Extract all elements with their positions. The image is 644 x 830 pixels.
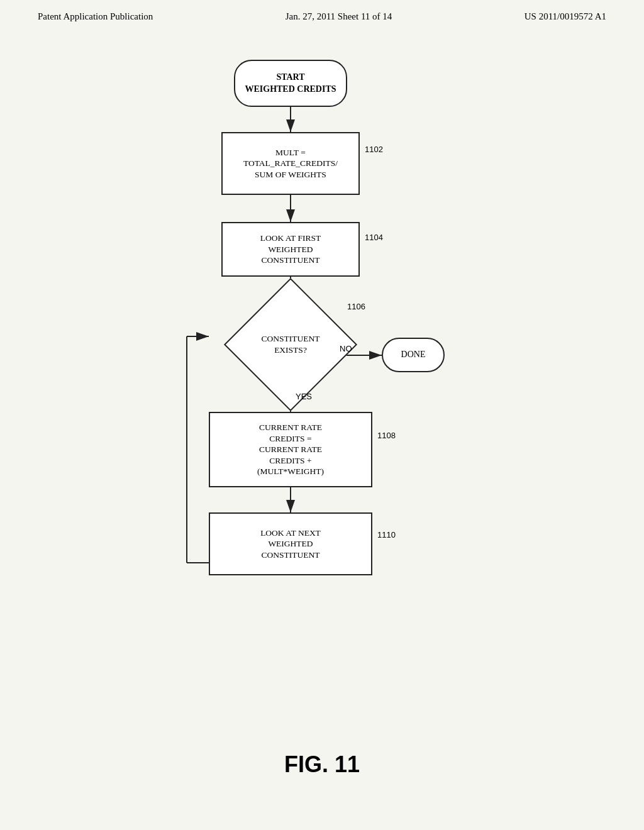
node-1104-label: LOOK AT FIRST WEIGHTED CONSTITUENT — [260, 233, 321, 266]
flowchart: START WEIGHTED CREDITS MULT = TOTAL_RATE… — [140, 47, 504, 739]
no-label: NO — [340, 344, 352, 353]
node-1104: LOOK AT FIRST WEIGHTED CONSTITUENT — [221, 222, 360, 277]
label-1108: 1108 — [377, 431, 396, 440]
start-node: START WEIGHTED CREDITS — [234, 60, 347, 107]
label-1104: 1104 — [365, 233, 383, 242]
node-1108-label: CURRENT RATE CREDITS = CURRENT RATE CRED… — [257, 422, 324, 477]
node-1102-label: MULT = TOTAL_RATE_CREDITS/ SUM OF WEIGHT… — [243, 147, 338, 180]
start-label: START WEIGHTED CREDITS — [245, 72, 336, 94]
node-1110: LOOK AT NEXT WEIGHTED CONSTITUENT — [209, 512, 372, 575]
diamond-1106: CONSTITUENT EXISTS? — [225, 299, 357, 390]
done-node: DONE — [382, 338, 445, 372]
page-header: Patent Application Publication Jan. 27, … — [0, 0, 644, 28]
label-1110: 1110 — [377, 530, 396, 540]
node-1108: CURRENT RATE CREDITS = CURRENT RATE CRED… — [209, 412, 372, 487]
label-1106: 1106 — [347, 302, 365, 311]
figure-label: FIG. 11 — [284, 751, 360, 778]
header-center: Jan. 27, 2011 Sheet 11 of 14 — [286, 11, 392, 22]
yes-label: YES — [296, 392, 312, 401]
label-1102: 1102 — [365, 145, 383, 154]
header-right: US 2011/0019572 A1 — [525, 11, 606, 22]
diagram-area: START WEIGHTED CREDITS MULT = TOTAL_RATE… — [0, 28, 644, 778]
diamond-1106-label: CONSTITUENT EXISTS? — [262, 333, 320, 355]
node-1110-label: LOOK AT NEXT WEIGHTED CONSTITUENT — [260, 528, 321, 561]
header-left: Patent Application Publication — [38, 11, 153, 22]
node-1102: MULT = TOTAL_RATE_CREDITS/ SUM OF WEIGHT… — [221, 132, 360, 195]
done-label: DONE — [401, 349, 426, 360]
